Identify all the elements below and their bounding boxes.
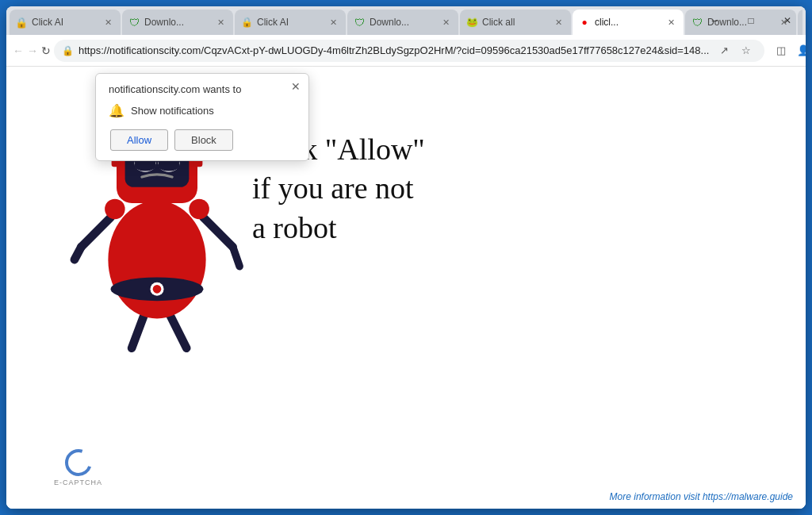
tab-5[interactable]: 🐸 Click all ✕	[460, 10, 571, 35]
popup-permission-row: 🔔 Show notifications	[109, 103, 296, 118]
tab-3-favicon: 🔒	[241, 17, 252, 28]
svg-line-1	[75, 247, 82, 259]
tab-6[interactable]: ● clicl... ✕	[573, 10, 684, 35]
reload-button[interactable]: ↻	[41, 40, 51, 62]
sidebar-button[interactable]: ◫	[771, 40, 791, 61]
tab-2[interactable]: 🛡 Downlo... ✕	[122, 10, 233, 35]
address-bar-row: ← → ↻ 🔒 https://notificationscity.com/Cq…	[6, 35, 806, 67]
tab-3-label: Click AI	[257, 17, 322, 28]
tab-1[interactable]: 🔒 Click AI ✕	[10, 10, 121, 35]
ecaptcha-icon	[64, 448, 93, 477]
tab-6-favicon: ●	[579, 17, 590, 28]
svg-point-24	[189, 199, 209, 220]
svg-line-3	[233, 247, 240, 266]
ecaptcha-logo: E-CAPTCHA	[54, 448, 102, 486]
svg-line-2	[203, 217, 232, 247]
popup-permission-text: Show notifications	[131, 105, 214, 117]
tab-4-close[interactable]: ✕	[439, 16, 452, 29]
svg-line-4	[132, 314, 144, 348]
content-area: Click "Allow" if you are not a robot E-C…	[6, 67, 806, 509]
tab-4-label: Downlo...	[370, 17, 435, 28]
tab-3-close[interactable]: ✕	[327, 16, 339, 29]
minimize-button[interactable]: –	[696, 6, 733, 35]
notification-popup: ✕ notificationscity.com wants to 🔔 Show …	[95, 73, 309, 161]
popup-buttons: Allow Block	[109, 129, 296, 151]
tab-2-close[interactable]: ✕	[214, 16, 227, 29]
allow-button[interactable]: Allow	[110, 129, 168, 151]
tab-1-label: Click AI	[32, 17, 97, 28]
svg-point-9	[153, 285, 162, 294]
maximize-button[interactable]: □	[733, 6, 769, 35]
tab-1-favicon: 🔒	[16, 17, 27, 28]
share-button[interactable]: ↗	[714, 40, 734, 61]
tab-5-favicon: 🐸	[466, 17, 477, 28]
tab-5-label: Click all	[482, 17, 547, 28]
back-button[interactable]: ←	[13, 40, 24, 62]
ecaptcha-label: E-CAPTCHA	[54, 478, 102, 486]
text-line2: if you are not	[252, 169, 425, 208]
tab-1-close[interactable]: ✕	[102, 16, 114, 29]
text-line3: a robot	[252, 209, 425, 248]
tab-2-label: Downlo...	[144, 17, 209, 28]
svg-point-23	[105, 199, 125, 220]
toolbar-actions: ◫ 👤 ⋮	[771, 40, 806, 61]
bookmark-button[interactable]: ☆	[736, 40, 756, 61]
tab-5-close[interactable]: ✕	[552, 16, 565, 29]
tab-6-close[interactable]: ✕	[665, 16, 677, 29]
url-text: https://notificationscity.com/CqzvACxt-p…	[79, 44, 709, 56]
address-box[interactable]: 🔒 https://notificationscity.com/CqzvACxt…	[54, 40, 764, 62]
svg-line-0	[81, 217, 110, 247]
popup-title: notificationscity.com wants to	[109, 83, 296, 95]
close-button[interactable]: ✕	[769, 6, 806, 35]
bell-icon: 🔔	[109, 103, 124, 118]
tab-3[interactable]: 🔒 Click AI ✕	[235, 10, 346, 35]
browser-window: 🔒 Click AI ✕ 🛡 Downlo... ✕ 🔒 Click AI ✕ …	[6, 6, 806, 509]
address-actions: ↗ ☆	[714, 40, 756, 61]
svg-line-5	[170, 314, 186, 348]
tab-4-favicon: 🛡	[354, 17, 365, 28]
secure-icon: 🔒	[62, 45, 74, 56]
block-button[interactable]: Block	[174, 129, 233, 151]
tab-2-favicon: 🛡	[128, 17, 140, 28]
profile-button[interactable]: 👤	[793, 40, 806, 61]
title-bar: 🔒 Click AI ✕ 🛡 Downlo... ✕ 🔒 Click AI ✕ …	[6, 6, 806, 35]
forward-button[interactable]: →	[27, 40, 38, 62]
popup-close-button[interactable]: ✕	[291, 80, 301, 93]
more-info-text: More information visit https://malware.g…	[610, 491, 793, 502]
tab-4[interactable]: 🛡 Downlo... ✕	[347, 10, 458, 35]
tab-6-label: clicl...	[595, 17, 660, 28]
svg-point-25	[67, 451, 90, 475]
